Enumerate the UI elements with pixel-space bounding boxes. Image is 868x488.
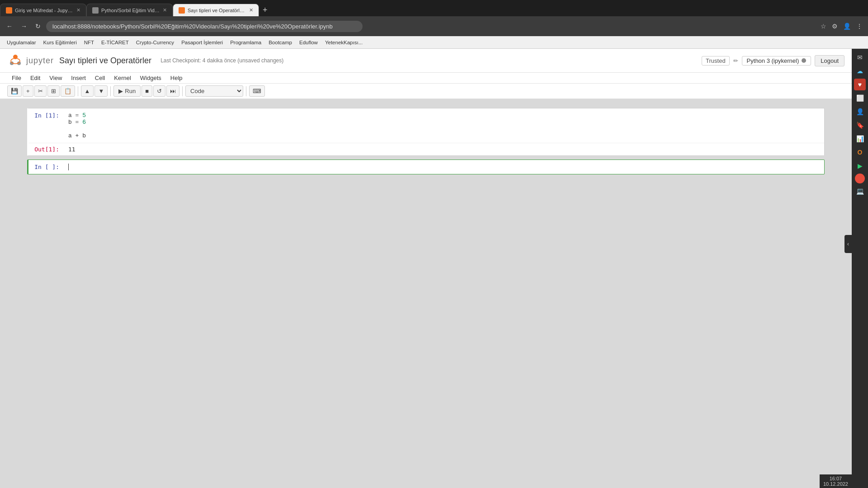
time-display: 16:07 10.12.2022: [820, 474, 852, 488]
cell-2-prompt: In [ ]:: [28, 160, 65, 174]
reload-button[interactable]: ↻: [33, 21, 43, 32]
add-cell-button[interactable]: +: [23, 85, 33, 97]
run-play-icon: ▶: [118, 88, 123, 94]
menu-help[interactable]: Help: [166, 73, 187, 83]
cell-2-input[interactable]: ​: [65, 160, 824, 174]
tab3-label: Sayı tipleri ve Operatörler - Jupy...: [188, 8, 246, 13]
kernel-status-dot: [802, 58, 806, 63]
bookmarks-bar: Uygulamalar Kurs Eğitimleri NFT E-TİCARE…: [0, 36, 868, 49]
menu-widgets[interactable]: Widgets: [136, 73, 166, 83]
save-button[interactable]: 💾: [7, 85, 22, 97]
menu-file[interactable]: File: [7, 73, 26, 83]
cell-type-select[interactable]: Code Markdown Raw NBConvert: [185, 85, 243, 97]
kernel-label: Python 3 (ipykernel): [747, 57, 799, 64]
sidebar-icon-box[interactable]: ⬜: [854, 92, 866, 104]
cut-cell-button[interactable]: ✂: [34, 85, 47, 97]
menu-dots-icon[interactable]: ⋮: [854, 21, 864, 32]
pencil-icon[interactable]: ✏: [733, 57, 738, 64]
time-text: 16:07: [823, 476, 848, 481]
notebook-content: In [1]: a = 5 b = 6 a + b Out[1]: 11 In: [0, 99, 852, 370]
toolbar-separator-2: [110, 86, 111, 96]
bookmark-programlama[interactable]: Programlama: [227, 39, 264, 46]
move-down-button[interactable]: ▼: [94, 85, 108, 97]
kernel-badge[interactable]: Python 3 (ipykernel): [742, 56, 811, 66]
address-icons: ☆ ⚙ 👤 ⋮: [819, 21, 864, 32]
menu-kernel[interactable]: Kernel: [109, 73, 136, 83]
tab-3[interactable]: Sayı tipleri ve Operatörler - Jupy... ✕: [173, 4, 259, 16]
jupyter-header: jupyter Sayı tipleri ve Operatörler Last…: [0, 49, 852, 73]
cell-1-output-value: 11: [65, 143, 824, 155]
cell-1-output-prompt: Out[1]:: [28, 143, 65, 155]
new-tab-button[interactable]: +: [259, 4, 271, 16]
collapse-sidebar-button[interactable]: ‹: [844, 235, 852, 253]
tab2-close[interactable]: ✕: [163, 7, 167, 13]
address-bar: ← → ↻ ☆ ⚙ 👤 ⋮: [0, 16, 868, 36]
sidebar-icon-chart[interactable]: 📊: [854, 133, 866, 145]
sidebar-icon-arrow[interactable]: ▶: [854, 160, 866, 172]
tab1-favicon: [6, 7, 12, 14]
sidebar-icon-cloud[interactable]: ☁: [854, 65, 866, 77]
cursor-indicator: ​: [68, 164, 69, 170]
trusted-badge[interactable]: Trusted: [702, 56, 730, 66]
tab-1[interactable]: Giriş ve Müfredat - Jupyter Note... ✕: [0, 4, 86, 16]
stop-button[interactable]: ■: [142, 85, 152, 97]
menu-bar: File Edit View Insert Cell Kernel Widget…: [0, 73, 852, 84]
restart-button[interactable]: ↺: [153, 85, 165, 97]
sidebar-icon-vscode[interactable]: 💻: [854, 185, 866, 197]
tab1-close[interactable]: ✕: [76, 7, 80, 13]
sidebar-icon-red-circle[interactable]: ​: [855, 174, 865, 183]
right-sidebar: ✉ ☁ ♥ ⬜ 👤 🔖 📊 O ▶ ​ 💻: [852, 49, 868, 488]
bookmark-kurs[interactable]: Kurs Eğitimleri: [40, 39, 80, 46]
logout-button[interactable]: Logout: [815, 55, 844, 66]
jupyter-logo-icon: [7, 52, 24, 69]
keyboard-shortcuts-button[interactable]: ⌨: [249, 85, 265, 97]
toolbar-separator-3: [182, 86, 183, 96]
url-input[interactable]: [46, 21, 363, 32]
cell-1-wrapper: In [1]: a = 5 b = 6 a + b: [28, 108, 824, 143]
sidebar-icon-mail[interactable]: ✉: [854, 52, 866, 63]
move-up-button[interactable]: ▲: [81, 85, 94, 97]
bookmark-uygulamalar[interactable]: Uygulamalar: [4, 39, 39, 46]
menu-edit[interactable]: Edit: [26, 73, 45, 83]
forward-button[interactable]: →: [18, 21, 30, 32]
toolbar: 💾 + ✂ ⊞ 📋 ▲ ▼ ▶ Run ■ ↺ ⏭ Code Markdown …: [0, 84, 852, 99]
sidebar-icon-heart[interactable]: ♥: [854, 79, 866, 90]
run-button[interactable]: ▶ Run: [113, 85, 141, 97]
toolbar-separator-1: [78, 86, 78, 96]
cell-1: In [1]: a = 5 b = 6 a + b Out[1]: 11: [27, 108, 825, 156]
menu-view[interactable]: View: [45, 73, 66, 83]
tab-bar: Giriş ve Müfredat - Jupyter Note... ✕ Py…: [0, 0, 868, 16]
paste-cell-button[interactable]: 📋: [61, 85, 75, 97]
jupyter-wordmark: jupyter: [26, 56, 54, 66]
star-icon[interactable]: ☆: [819, 21, 828, 32]
cell-2[interactable]: In [ ]: ​: [27, 160, 825, 174]
bookmark-eduflow[interactable]: Eduflow: [296, 39, 321, 46]
bookmark-crypto[interactable]: Crypto-Currency: [133, 39, 177, 46]
sidebar-icon-user[interactable]: 👤: [854, 106, 866, 117]
restart-run-button[interactable]: ⏭: [166, 85, 179, 97]
bookmark-bootcamp[interactable]: Bootcamp: [265, 39, 295, 46]
cell-1-line-1: a = 5: [68, 112, 821, 119]
cell-1-input[interactable]: a = 5 b = 6 a + b: [65, 108, 824, 143]
tab-2[interactable]: Python/Sorbil Eğitim Videoları/ ✕: [86, 4, 173, 16]
sidebar-icon-bookmark[interactable]: 🔖: [854, 119, 866, 131]
sidebar-icon-o[interactable]: O: [854, 146, 866, 158]
bookmark-eticaret[interactable]: E-TİCARET: [98, 39, 132, 46]
bookmark-nft[interactable]: NFT: [81, 39, 97, 46]
tab1-label: Giriş ve Müfredat - Jupyter Note...: [15, 8, 74, 13]
extensions-icon[interactable]: ⚙: [830, 21, 840, 32]
notebook-area: jupyter Sayı tipleri ve Operatörler Last…: [0, 49, 852, 488]
bookmark-pasaport[interactable]: Pasaport İşlemleri: [178, 39, 226, 46]
menu-insert[interactable]: Insert: [66, 73, 90, 83]
tab2-favicon: [92, 7, 99, 14]
copy-cell-button[interactable]: ⊞: [47, 85, 60, 97]
back-button[interactable]: ←: [4, 21, 15, 32]
jupyter-logo: jupyter: [7, 52, 54, 69]
menu-cell[interactable]: Cell: [90, 73, 109, 83]
bookmark-yetenek[interactable]: YetenekKapısı...: [322, 39, 366, 46]
profile-icon[interactable]: 👤: [841, 21, 853, 32]
toolbar-separator-4: [246, 86, 246, 96]
tab2-label: Python/Sorbil Eğitim Videoları/: [101, 8, 160, 13]
notebook-title[interactable]: Sayı tipleri ve Operatörler: [59, 56, 151, 66]
tab3-close[interactable]: ✕: [249, 7, 253, 13]
